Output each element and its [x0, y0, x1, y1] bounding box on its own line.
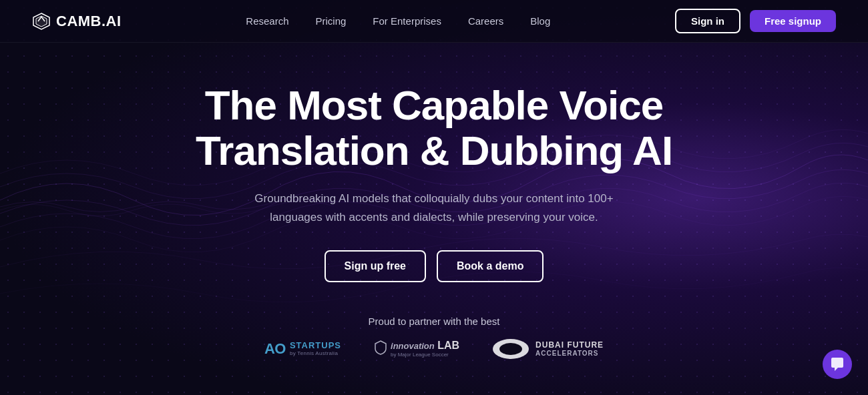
hero-title-line2: Translation & Dubbing AI [196, 127, 672, 173]
ao-startups-logo: AO STARTUPS by Tennis Australia [264, 340, 341, 358]
hero-section: The Most Capable Voice Translation & Dub… [0, 43, 868, 282]
hero-title-line1: The Most Capable Voice [205, 82, 664, 128]
signup-button[interactable]: Free signup [750, 10, 836, 32]
hero-title: The Most Capable Voice Translation & Dub… [196, 83, 672, 173]
nav-link-research[interactable]: Research [246, 15, 288, 27]
hero-subtitle: Groundbreaking AI models that colloquial… [247, 189, 621, 226]
dubai-main-text: DUBAI FUTURE [535, 340, 604, 350]
chat-icon [830, 357, 845, 372]
innovation-sub-text: by Major League Soccer [391, 352, 459, 358]
signup-free-button[interactable]: Sign up free [324, 250, 426, 282]
innovation-text: innovation LAB by Major League Soccer [391, 340, 459, 358]
nav-actions: Sign in Free signup [675, 9, 836, 33]
ao-by-text: by Tennis Australia [290, 351, 341, 357]
partners-label: Proud to partner with the best [369, 316, 500, 327]
logo-icon [32, 12, 51, 31]
navbar: CAMB.AI Research Pricing For Enterprises… [0, 0, 868, 43]
ao-text: AO [264, 340, 286, 358]
partners-logos: AO STARTUPS by Tennis Australia innovati… [264, 339, 604, 359]
ao-sub-text: STARTUPS by Tennis Australia [290, 341, 341, 356]
nav-link-careers[interactable]: Careers [468, 15, 503, 27]
dubai-oval-inner [499, 343, 522, 355]
innovation-shield-icon [375, 340, 387, 358]
partners-section: Proud to partner with the best AO STARTU… [0, 316, 868, 359]
logo-text: CAMB.AI [56, 13, 122, 30]
dubai-sub-text: ACCELERATORS [535, 350, 604, 358]
nav-links: Research Pricing For Enterprises Careers… [246, 15, 550, 27]
dubai-oval-icon [493, 339, 529, 359]
signin-button[interactable]: Sign in [675, 9, 740, 33]
nav-link-pricing[interactable]: Pricing [316, 15, 347, 27]
nav-link-enterprises[interactable]: For Enterprises [373, 15, 441, 27]
nav-link-blog[interactable]: Blog [530, 15, 550, 27]
innovation-lab-logo: innovation LAB by Major League Soccer [375, 340, 459, 358]
cta-buttons: Sign up free Book a demo [324, 250, 544, 282]
chat-widget[interactable] [823, 350, 852, 379]
logo[interactable]: CAMB.AI [32, 12, 122, 31]
dubai-text: DUBAI FUTURE ACCELERATORS [535, 340, 604, 358]
ao-startups-text: STARTUPS [290, 341, 341, 350]
book-demo-button[interactable]: Book a demo [437, 250, 544, 282]
innovation-main-text: innovation LAB [391, 340, 459, 352]
dubai-future-logo: DUBAI FUTURE ACCELERATORS [493, 339, 604, 359]
